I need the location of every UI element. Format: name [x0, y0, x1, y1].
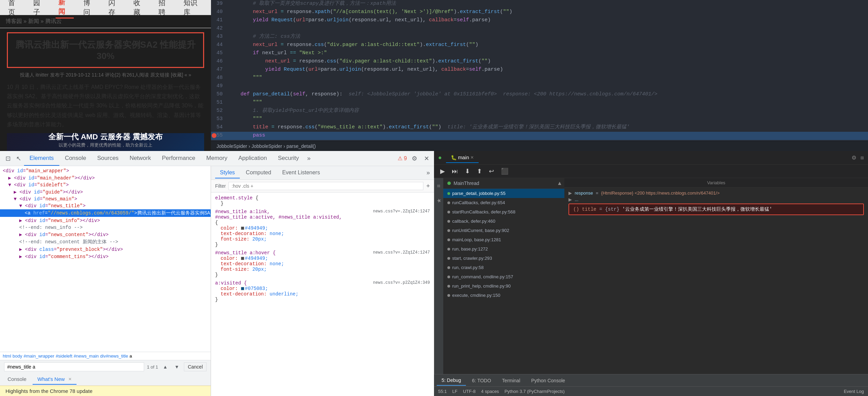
dbg-step-out-btn[interactable]: ⬆ — [475, 167, 484, 176]
thread-up-icon[interactable]: ▲ — [557, 180, 562, 186]
frame-runCallbacks[interactable]: runCallbacks, defer.py:654 — [443, 198, 564, 207]
frame-dot-4 — [447, 229, 450, 232]
devtools-close-icon[interactable]: ✕ — [422, 153, 431, 164]
notif-text: Highlights from the Chrome 78 update — [5, 388, 92, 394]
dom-node-sideleft[interactable]: ▼ <div id="sideleft"> — [0, 182, 211, 188]
dbg-resume-btn[interactable]: ▶ — [438, 167, 447, 176]
frame-name-1: runCallbacks, defer.py:654 — [452, 200, 505, 205]
dom-node-guide[interactable]: ▶ <div id="guide"></div> — [0, 188, 211, 196]
css-filter-input[interactable] — [228, 182, 423, 190]
devtools-settings-icon[interactable]: ⚙ — [410, 153, 419, 164]
search-prev-btn[interactable]: ▲ — [161, 363, 170, 370]
tab-memory[interactable]: Memory — [201, 151, 233, 166]
tab-application[interactable]: Application — [233, 151, 272, 166]
dom-node-prevnext[interactable]: ▶ <div class="prevnext_block"></div> — [0, 246, 211, 253]
tab-performance[interactable]: Performance — [156, 151, 201, 166]
bc-news-title[interactable]: div#news_title — [100, 353, 128, 359]
code-line-48: 48 """ — [211, 74, 868, 82]
devtools-toggle[interactable]: ⊡ — [3, 152, 13, 165]
css-prop-fontsize-2: font-size: 20px; — [215, 267, 430, 272]
dbg-rerun-btn[interactable]: ↩ — [487, 167, 496, 176]
search-input[interactable] — [4, 362, 144, 371]
tab-console-bottom[interactable]: Console — [3, 374, 31, 385]
pycharm-tab-todo[interactable]: 6: TODO — [467, 376, 496, 385]
bc-news-main[interactable]: #news_main — [74, 353, 99, 359]
frame-run-command[interactable]: run_command, cmdline.py:157 — [443, 272, 564, 281]
frame-parse-detail[interactable]: parse_detail, jobbole.py:55 — [443, 189, 564, 198]
search-bar: 1 of 1 ▲ ▼ Cancel — [0, 360, 211, 373]
statusbar-eventlog[interactable]: Event Log — [844, 389, 864, 394]
tab-sources[interactable]: Sources — [92, 151, 124, 166]
dom-node-main-header[interactable]: ▶ <div id="main_header"></div> — [0, 174, 211, 182]
debugger-tabs: ● 🐛 main ✕ ⚙ ⊞ — [434, 151, 868, 165]
frame-start[interactable]: start, crawler.py:293 — [443, 254, 564, 263]
bc-anchor[interactable]: a — [129, 353, 132, 359]
dom-node-anchor[interactable]: <a href="//news.cnblogs.com/n/643059/">腾… — [0, 209, 211, 217]
dom-node-comment-tins[interactable]: ▶ <div id="comment_tins"></div> — [0, 253, 211, 260]
frame-mainLoop[interactable]: mainLoop, base.py:1281 — [443, 235, 564, 244]
code-line-42: 42 — [211, 25, 868, 33]
styles-more-icon[interactable]: » — [426, 169, 430, 176]
tab-whats-new-bottom[interactable]: What's New ✕ — [33, 374, 77, 385]
bc-body[interactable]: body — [13, 353, 22, 359]
dom-node-main-wrapper[interactable]: <div id="main_wrapper"> — [0, 167, 211, 174]
dom-node-news-content[interactable]: ▶ <div id="news_content"></div> — [0, 231, 211, 238]
search-cancel-btn[interactable]: Cancel — [184, 362, 207, 371]
bc-main-wrapper[interactable]: #main_wrapper — [24, 353, 55, 359]
z-favorites-icon[interactable]: ★ — [434, 196, 444, 205]
css-add-rule-icon[interactable]: + — [426, 183, 430, 190]
devtools-inspect[interactable]: ↖ — [13, 152, 24, 165]
dom-node-news-info[interactable]: ▶ <div id="news_info"></div> — [0, 217, 211, 224]
frame-callback[interactable]: callback, defer.py:460 — [443, 217, 564, 226]
devtools-icons-right: ⚠ 9 ⚙ ✕ — [398, 153, 431, 164]
frame-run[interactable]: run, base.py:1272 — [443, 244, 564, 254]
frame-dot-3 — [447, 220, 450, 223]
styles-content: element.style { } news.css?v=.2Zq1Z4:124… — [211, 193, 434, 396]
tab-elements[interactable]: Elements — [24, 151, 59, 166]
z-structure-icon[interactable]: ≡ — [434, 182, 444, 189]
dbg-stop-btn[interactable]: ⬛ — [499, 167, 511, 176]
dom-tree[interactable]: <div id="main_wrapper"> ▶ <div id="main_… — [0, 166, 211, 352]
css-selector-active: #news_title a:active, #news_title a:visi… — [215, 214, 430, 220]
frame-startRunCallbacks[interactable]: startRunCallbacks, defer.py:568 — [443, 207, 564, 217]
styles-tab-event-listeners[interactable]: Event Listeners — [277, 167, 325, 178]
article-title: 腾讯云推出新一代云服务器实例SA2 性能提升30% — [13, 39, 198, 61]
debug-tab-close[interactable]: ✕ — [470, 155, 474, 160]
dbg-step-over-btn[interactable]: ⏭ — [450, 167, 460, 176]
debug-run-icon: ● — [438, 154, 442, 161]
frame-run-print-help[interactable]: run_print_help, cmdline.py:90 — [443, 281, 564, 291]
dom-node-comment-news-info: <!--end: news_info --> — [0, 224, 211, 231]
code-editor[interactable]: 39 # 取取下一页并交给scrapy及进行下载，方法一：xpath用法 40 … — [211, 0, 868, 141]
debug-tab-label: 5: Debug — [442, 377, 461, 383]
tab-console[interactable]: Console — [59, 151, 92, 166]
dbg-step-into-btn[interactable]: ⬇ — [463, 167, 472, 176]
debugger-tab-main[interactable]: 🐛 main ✕ — [446, 152, 479, 163]
bc-sideleft[interactable]: #sideleft — [56, 353, 72, 359]
tab-network[interactable]: Network — [124, 151, 156, 166]
bc-html[interactable]: html — [3, 353, 11, 359]
styles-tab-computed[interactable]: Computed — [241, 167, 276, 178]
pycharm-tab-python-console[interactable]: Python Console — [526, 376, 570, 385]
debugger-settings-icon[interactable]: ⚙ — [852, 154, 856, 161]
frame-dot-8 — [447, 266, 450, 269]
dom-node-news-main[interactable]: ▼ <div id="news_main"> — [0, 196, 211, 202]
debugger-layout-icon[interactable]: ⊞ — [860, 155, 864, 160]
frame-runUntilCurrent[interactable]: runUntilCurrent, base.py:902 — [443, 226, 564, 235]
frame-name-4: runUntilCurrent, base.py:902 — [452, 228, 509, 233]
frame-execute[interactable]: execute, cmdline.py:150 — [443, 291, 564, 300]
tab-security[interactable]: Security — [272, 151, 304, 166]
code-line-52: 52 1. 获取yield中post_url中的文章详细内容 — [211, 107, 868, 115]
var-response-arrow[interactable]: ▶ — [568, 190, 572, 196]
dom-node-news-title[interactable]: ▼ <div id="news_title"> — [0, 202, 211, 209]
search-next-btn[interactable]: ▼ — [173, 363, 181, 370]
pycharm-tab-terminal[interactable]: Terminal — [497, 376, 525, 385]
styles-tab-styles[interactable]: Styles — [215, 167, 240, 178]
pycharm-tab-debug[interactable]: 5: Debug — [437, 375, 466, 386]
frame-run2[interactable]: run, crawl.py:58 — [443, 263, 564, 272]
code-line-55: 55 pass — [211, 132, 868, 140]
whats-new-close-icon[interactable]: ✕ — [68, 377, 72, 382]
tab-more[interactable]: » — [304, 152, 313, 165]
devtools-left: <div id="main_wrapper"> ▶ <div id="main_… — [0, 166, 211, 396]
css-prop-color-3: color: #075083; — [215, 286, 430, 291]
var-dots-arrow[interactable]: ▶ — [568, 197, 572, 202]
